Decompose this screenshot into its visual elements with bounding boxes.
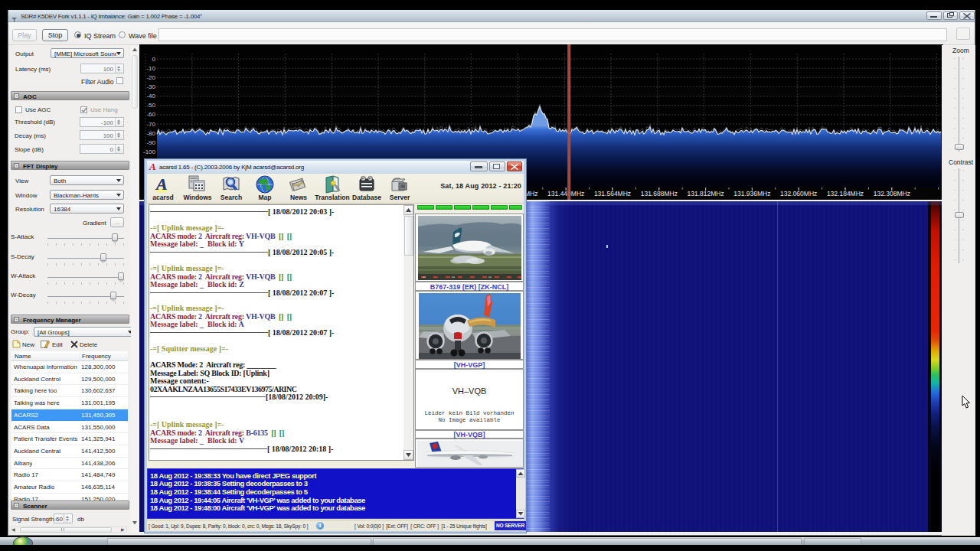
svg-text:-30: -30 — [146, 83, 155, 90]
svg-text:0: 0 — [152, 56, 156, 63]
svg-text:-60: -60 — [146, 111, 155, 118]
svg-text:132.308MHz: 132.308MHz — [874, 190, 910, 197]
svg-text:-100: -100 — [143, 148, 156, 155]
svg-text:-20: -20 — [146, 74, 155, 81]
svg-text:131.812MHz: 131.812MHz — [687, 190, 724, 197]
svg-text:-70: -70 — [146, 121, 155, 128]
svg-text:131.688MHz: 131.688MHz — [641, 190, 678, 197]
svg-text:-40: -40 — [146, 93, 155, 99]
svg-text:132.184MHz: 132.184MHz — [827, 190, 864, 197]
svg-text:132.060MHz: 132.060MHz — [780, 190, 817, 197]
svg-text:131.440MHz: 131.440MHz — [547, 190, 584, 197]
svg-text:131.564MHz: 131.564MHz — [594, 190, 631, 197]
svg-text:-80: -80 — [146, 130, 155, 137]
svg-text:-50: -50 — [146, 102, 155, 109]
svg-text:-10: -10 — [146, 65, 155, 72]
svg-text:A: A — [155, 175, 168, 194]
svg-text:131.936MHz: 131.936MHz — [733, 190, 770, 197]
svg-text:-90: -90 — [146, 139, 155, 146]
